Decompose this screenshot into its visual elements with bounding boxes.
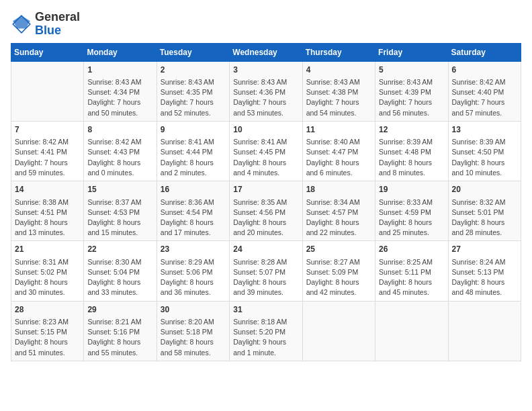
day-number: 9 [161, 124, 226, 136]
cell-content: Sunrise: 8:32 AM Sunset: 5:01 PM Dayligh… [452, 197, 517, 238]
calendar-cell: 9Sunrise: 8:41 AM Sunset: 4:44 PM Daylig… [157, 121, 229, 181]
cell-content: Sunrise: 8:31 AM Sunset: 5:02 PM Dayligh… [15, 257, 80, 298]
calendar-cell: 28Sunrise: 8:23 AM Sunset: 5:15 PM Dayli… [11, 301, 84, 361]
calendar-cell: 17Sunrise: 8:35 AM Sunset: 4:56 PM Dayli… [230, 181, 302, 241]
calendar-cell: 14Sunrise: 8:38 AM Sunset: 4:51 PM Dayli… [11, 181, 84, 241]
calendar-cell: 18Sunrise: 8:34 AM Sunset: 4:57 PM Dayli… [302, 181, 375, 241]
cell-content: Sunrise: 8:36 AM Sunset: 4:54 PM Dayligh… [161, 197, 226, 238]
day-number: 24 [233, 244, 298, 255]
calendar-cell: 8Sunrise: 8:42 AM Sunset: 4:43 PM Daylig… [84, 121, 157, 181]
day-number: 10 [233, 124, 298, 136]
day-number: 16 [161, 184, 226, 195]
cell-content: Sunrise: 8:27 AM Sunset: 5:09 PM Dayligh… [306, 257, 371, 298]
cell-content: Sunrise: 8:41 AM Sunset: 4:44 PM Dayligh… [161, 137, 226, 178]
column-header-thursday: Thursday [302, 43, 375, 61]
cell-content: Sunrise: 8:40 AM Sunset: 4:47 PM Dayligh… [306, 137, 371, 178]
day-number: 14 [15, 184, 80, 195]
column-header-tuesday: Tuesday [157, 43, 229, 61]
cell-content: Sunrise: 8:24 AM Sunset: 5:13 PM Dayligh… [452, 257, 517, 298]
calendar-cell: 3Sunrise: 8:43 AM Sunset: 4:36 PM Daylig… [230, 61, 302, 121]
cell-content: Sunrise: 8:39 AM Sunset: 4:48 PM Dayligh… [379, 137, 444, 178]
cell-content: Sunrise: 8:43 AM Sunset: 4:34 PM Dayligh… [87, 77, 152, 118]
cell-content: Sunrise: 8:43 AM Sunset: 4:38 PM Dayligh… [306, 77, 371, 118]
cell-content: Sunrise: 8:41 AM Sunset: 4:45 PM Dayligh… [233, 137, 298, 178]
calendar-cell: 7Sunrise: 8:42 AM Sunset: 4:41 PM Daylig… [11, 121, 84, 181]
column-header-wednesday: Wednesday [230, 43, 302, 61]
cell-content: Sunrise: 8:42 AM Sunset: 4:41 PM Dayligh… [15, 137, 80, 178]
cell-content: Sunrise: 8:42 AM Sunset: 4:40 PM Dayligh… [452, 77, 517, 118]
day-number: 4 [306, 64, 371, 76]
day-number: 7 [15, 124, 80, 136]
cell-content: Sunrise: 8:42 AM Sunset: 4:43 PM Dayligh… [87, 137, 152, 178]
column-header-friday: Friday [375, 43, 448, 61]
calendar-cell: 5Sunrise: 8:43 AM Sunset: 4:39 PM Daylig… [375, 61, 448, 121]
calendar-table: SundayMondayTuesdayWednesdayThursdayFrid… [11, 43, 521, 361]
cell-content: Sunrise: 8:37 AM Sunset: 4:53 PM Dayligh… [87, 197, 152, 238]
calendar-cell: 24Sunrise: 8:28 AM Sunset: 5:07 PM Dayli… [230, 241, 302, 301]
calendar-cell: 22Sunrise: 8:30 AM Sunset: 5:04 PM Dayli… [84, 241, 157, 301]
calendar-header-row: SundayMondayTuesdayWednesdayThursdayFrid… [11, 43, 521, 61]
day-number: 6 [452, 64, 517, 76]
cell-content: Sunrise: 8:21 AM Sunset: 5:16 PM Dayligh… [87, 317, 152, 358]
cell-content: Sunrise: 8:34 AM Sunset: 4:57 PM Dayligh… [306, 197, 371, 238]
cell-content: Sunrise: 8:39 AM Sunset: 4:50 PM Dayligh… [452, 137, 517, 178]
day-number: 11 [306, 124, 371, 136]
day-number: 30 [161, 304, 226, 316]
day-number: 3 [233, 64, 298, 76]
calendar-cell: 13Sunrise: 8:39 AM Sunset: 4:50 PM Dayli… [448, 121, 521, 181]
calendar-cell [448, 301, 521, 361]
cell-content: Sunrise: 8:18 AM Sunset: 5:20 PM Dayligh… [233, 317, 298, 358]
day-number: 26 [379, 244, 444, 255]
calendar-cell: 10Sunrise: 8:41 AM Sunset: 4:45 PM Dayli… [230, 121, 302, 181]
calendar-week-row: 14Sunrise: 8:38 AM Sunset: 4:51 PM Dayli… [11, 181, 521, 241]
day-number: 5 [379, 64, 444, 76]
cell-content: Sunrise: 8:25 AM Sunset: 5:11 PM Dayligh… [379, 257, 444, 298]
calendar-week-row: 7Sunrise: 8:42 AM Sunset: 4:41 PM Daylig… [11, 121, 521, 181]
calendar-cell: 1Sunrise: 8:43 AM Sunset: 4:34 PM Daylig… [84, 61, 157, 121]
logo: General Blue [11, 11, 80, 38]
day-number: 1 [87, 64, 152, 76]
day-number: 31 [233, 304, 298, 316]
calendar-cell: 21Sunrise: 8:31 AM Sunset: 5:02 PM Dayli… [11, 241, 84, 301]
calendar-cell: 11Sunrise: 8:40 AM Sunset: 4:47 PM Dayli… [302, 121, 375, 181]
calendar-week-row: 28Sunrise: 8:23 AM Sunset: 5:15 PM Dayli… [11, 301, 521, 361]
calendar-cell: 2Sunrise: 8:43 AM Sunset: 4:35 PM Daylig… [157, 61, 229, 121]
calendar-cell [375, 301, 448, 361]
cell-content: Sunrise: 8:33 AM Sunset: 4:59 PM Dayligh… [379, 197, 444, 238]
day-number: 29 [87, 304, 152, 316]
column-header-sunday: Sunday [11, 43, 84, 61]
cell-content: Sunrise: 8:43 AM Sunset: 4:39 PM Dayligh… [379, 77, 444, 118]
calendar-cell [302, 301, 375, 361]
day-number: 22 [87, 244, 152, 255]
column-header-saturday: Saturday [448, 43, 521, 61]
day-number: 20 [452, 184, 517, 195]
day-number: 19 [379, 184, 444, 195]
calendar-cell: 4Sunrise: 8:43 AM Sunset: 4:38 PM Daylig… [302, 61, 375, 121]
day-number: 28 [15, 304, 80, 316]
day-number: 17 [233, 184, 298, 195]
cell-content: Sunrise: 8:20 AM Sunset: 5:18 PM Dayligh… [161, 317, 226, 358]
calendar-cell [11, 61, 84, 121]
day-number: 21 [15, 244, 80, 255]
page-header: General Blue [11, 11, 521, 38]
logo-general: General [35, 10, 80, 24]
day-number: 12 [379, 124, 444, 136]
calendar-cell: 31Sunrise: 8:18 AM Sunset: 5:20 PM Dayli… [230, 301, 302, 361]
logo-icon [11, 13, 32, 35]
day-number: 13 [452, 124, 517, 136]
cell-content: Sunrise: 8:35 AM Sunset: 4:56 PM Dayligh… [233, 197, 298, 238]
cell-content: Sunrise: 8:38 AM Sunset: 4:51 PM Dayligh… [15, 197, 80, 238]
cell-content: Sunrise: 8:28 AM Sunset: 5:07 PM Dayligh… [233, 257, 298, 298]
cell-content: Sunrise: 8:29 AM Sunset: 5:06 PM Dayligh… [161, 257, 226, 298]
calendar-cell: 6Sunrise: 8:42 AM Sunset: 4:40 PM Daylig… [448, 61, 521, 121]
calendar-week-row: 21Sunrise: 8:31 AM Sunset: 5:02 PM Dayli… [11, 241, 521, 301]
day-number: 27 [452, 244, 517, 255]
column-header-monday: Monday [84, 43, 157, 61]
calendar-cell: 30Sunrise: 8:20 AM Sunset: 5:18 PM Dayli… [157, 301, 229, 361]
calendar-cell: 29Sunrise: 8:21 AM Sunset: 5:16 PM Dayli… [84, 301, 157, 361]
day-number: 8 [87, 124, 152, 136]
cell-content: Sunrise: 8:30 AM Sunset: 5:04 PM Dayligh… [87, 257, 152, 298]
calendar-cell: 25Sunrise: 8:27 AM Sunset: 5:09 PM Dayli… [302, 241, 375, 301]
cell-content: Sunrise: 8:43 AM Sunset: 4:35 PM Dayligh… [161, 77, 226, 118]
calendar-cell: 12Sunrise: 8:39 AM Sunset: 4:48 PM Dayli… [375, 121, 448, 181]
